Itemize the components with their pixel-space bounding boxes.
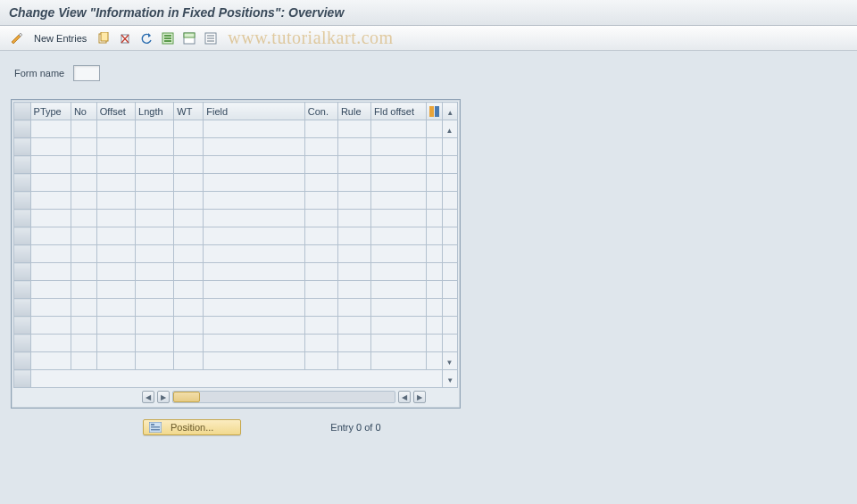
grid-cell[interactable] [71,281,96,299]
row-selector[interactable] [14,245,31,263]
grid-cell[interactable] [136,138,174,156]
scroll-left-start-button[interactable]: ◀ [142,391,154,403]
grid-cell[interactable] [96,120,135,138]
row-selector[interactable] [14,370,31,388]
grid-cell[interactable] [370,352,426,370]
grid-cell[interactable] [304,174,337,192]
table-row[interactable] [14,192,458,210]
grid-cell[interactable] [136,120,174,138]
form-name-field[interactable] [73,65,100,81]
grid-cell[interactable] [426,210,443,227]
scroll-down-button[interactable]: ▼ [443,370,458,388]
grid-cell[interactable] [96,263,135,281]
grid-cell[interactable] [370,210,426,227]
row-selector[interactable] [14,156,31,174]
table-row[interactable] [14,174,458,192]
scroll-track-cell[interactable] [443,299,458,317]
grid-cell[interactable] [30,210,71,227]
position-button[interactable]: Position... [143,419,241,435]
table-row[interactable] [14,263,458,281]
grid-cell[interactable] [337,174,370,192]
grid-cell[interactable] [426,299,443,317]
grid-cell[interactable] [30,352,71,370]
row-selector[interactable] [14,281,31,299]
table-row[interactable] [14,138,458,156]
grid-cell[interactable] [337,138,370,156]
col-rule[interactable]: Rule [337,103,370,120]
grid-cell[interactable] [96,227,135,245]
grid-cell[interactable] [174,138,204,156]
grid-cell[interactable] [71,263,96,281]
grid-cell[interactable] [337,281,370,299]
grid-cell[interactable] [136,210,174,227]
scroll-right-end-button[interactable]: ▶ [413,391,426,403]
grid-cell[interactable] [204,192,304,210]
table-row[interactable] [14,227,458,245]
deselect-all-icon[interactable] [203,30,219,46]
grid-cell[interactable] [204,281,304,299]
grid-cell[interactable] [136,281,174,299]
grid-cell[interactable] [71,352,96,370]
grid-cell[interactable] [136,352,174,370]
grid-cell[interactable] [30,317,71,335]
row-selector[interactable] [14,192,31,210]
grid-cell[interactable] [136,227,174,245]
grid-cell[interactable] [174,156,204,174]
col-no[interactable]: No [71,103,96,120]
grid-cell[interactable] [204,210,304,227]
table-row[interactable] [14,210,458,227]
grid-cell[interactable] [96,138,135,156]
grid-cell[interactable] [370,156,426,174]
row-selector[interactable] [14,138,31,156]
grid-cell[interactable] [370,335,426,352]
grid-cell[interactable] [204,299,304,317]
grid-cell[interactable] [71,192,96,210]
grid-cell[interactable] [337,156,370,174]
grid-cell[interactable] [174,227,204,245]
grid-cell[interactable] [370,227,426,245]
grid-cell[interactable] [426,245,443,263]
grid-cell[interactable] [337,335,370,352]
grid-cell[interactable] [96,352,135,370]
row-selector[interactable] [14,120,31,138]
grid-cell[interactable] [96,156,135,174]
table-row[interactable] [14,245,458,263]
scroll-track-cell[interactable] [443,335,458,352]
grid-cell[interactable] [337,299,370,317]
grid-cell[interactable] [304,120,337,138]
select-block-icon[interactable] [181,30,197,46]
grid-cell[interactable] [426,138,443,156]
grid-cell[interactable] [96,245,135,263]
grid-cell[interactable] [30,281,71,299]
grid-cell[interactable] [136,156,174,174]
grid-cell[interactable] [96,192,135,210]
grid-cell[interactable] [304,281,337,299]
grid-cell[interactable] [304,138,337,156]
grid-cell[interactable] [174,120,204,138]
col-offset[interactable]: Offset [96,103,135,120]
grid-cell[interactable] [304,210,337,227]
grid-cell[interactable] [304,352,337,370]
grid-cell[interactable] [337,317,370,335]
grid-cell[interactable] [71,156,96,174]
grid-cell[interactable] [337,120,370,138]
table-row[interactable] [14,317,458,335]
grid-cell[interactable] [136,317,174,335]
grid-cell[interactable] [30,263,71,281]
grid-cell[interactable] [304,192,337,210]
grid-cell[interactable] [71,299,96,317]
grid-cell[interactable] [30,299,71,317]
grid-cell[interactable] [96,210,135,227]
table-row[interactable] [14,335,458,352]
scroll-right-button[interactable]: ◀ [398,391,411,403]
scroll-track-cell[interactable]: ▼ [443,352,458,370]
grid-cell[interactable] [174,299,204,317]
grid-cell[interactable] [204,335,304,352]
grid-cell[interactable] [304,335,337,352]
grid-cell[interactable] [426,335,443,352]
grid-cell[interactable] [136,335,174,352]
col-ptype[interactable]: PType [30,103,71,120]
grid-cell[interactable] [96,174,135,192]
grid-cell[interactable] [30,138,71,156]
grid-cell[interactable] [337,192,370,210]
